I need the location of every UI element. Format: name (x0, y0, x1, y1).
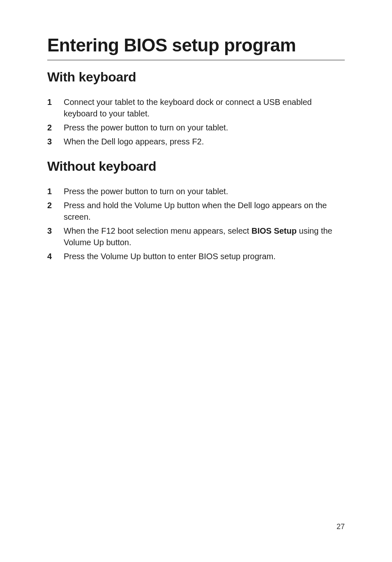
step-text: Press and hold the Volume Up button when… (64, 201, 327, 221)
steps-list-with-keyboard: Connect your tablet to the keyboard dock… (47, 96, 345, 147)
step-bold: BIOS Setup (251, 226, 297, 235)
step-text: When the Dell logo appears, press F2. (64, 137, 204, 146)
step-text: When the F12 boot selection menu appears… (64, 226, 251, 235)
list-item: Press the power button to turn on your t… (47, 186, 345, 197)
page-title: Entering BIOS setup program (47, 35, 345, 60)
list-item: Press the Volume Up button to enter BIOS… (47, 251, 345, 262)
list-item: Connect your tablet to the keyboard dock… (47, 96, 345, 119)
step-text: Press the power button to turn on your t… (64, 123, 228, 132)
steps-list-without-keyboard: Press the power button to turn on your t… (47, 186, 345, 262)
list-item: Press the power button to turn on your t… (47, 122, 345, 133)
list-item: When the Dell logo appears, press F2. (47, 136, 345, 147)
list-item: Press and hold the Volume Up button when… (47, 200, 345, 223)
list-item: When the F12 boot selection menu appears… (47, 225, 345, 248)
step-text: Connect your tablet to the keyboard dock… (64, 98, 312, 118)
step-text: Press the power button to turn on your t… (64, 187, 228, 196)
section-heading-without-keyboard: Without keyboard (47, 159, 345, 174)
step-text: Press the Volume Up button to enter BIOS… (64, 252, 276, 261)
section-heading-with-keyboard: With keyboard (47, 70, 345, 85)
page-number: 27 (337, 523, 345, 531)
